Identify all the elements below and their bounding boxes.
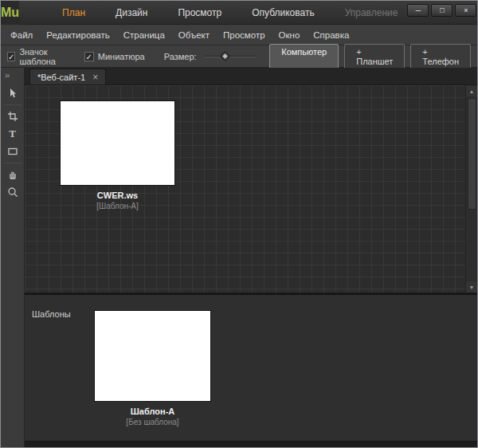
checkbox-check-icon: ✓	[84, 52, 94, 61]
add-tablet-layout-button[interactable]: + Планшет	[344, 44, 405, 69]
options-bar: ✓ Значок шаблона ✓ Миниатюра Размер: Ком…	[1, 45, 477, 68]
expand-panel-icon[interactable]: »	[5, 70, 10, 80]
menu-view[interactable]: Просмотр	[223, 30, 265, 40]
device-buttons: Компьютер + Планшет + Телефон	[269, 44, 471, 69]
tool-separator	[4, 163, 22, 163]
master-applied-label: [Без шаблона]	[95, 418, 210, 426]
menu-help[interactable]: Справка	[313, 30, 349, 40]
menu-object[interactable]: Объект	[178, 30, 210, 40]
master-card[interactable]: Шаблон-А [Без шаблона]	[95, 311, 210, 426]
slider-track	[205, 56, 257, 57]
app-body: » T	[1, 68, 477, 447]
scrollbar-thumb[interactable]	[468, 98, 476, 210]
rectangle-tool-icon	[7, 146, 18, 157]
masters-panel: Шаблоны Шаблон-А [Без шаблона]	[25, 294, 477, 441]
mode-tab-manage: Управление	[335, 4, 408, 22]
add-phone-layout-button[interactable]: + Телефон	[410, 44, 471, 69]
document-tab[interactable]: *Веб-сайт-1 ×	[29, 69, 106, 84]
page-master-label: [Шаблон-А]	[61, 202, 174, 210]
tab-close-icon[interactable]: ×	[92, 73, 98, 82]
window-controls: ─ □ ×	[407, 4, 476, 17]
app-logo: Mu	[1, 1, 19, 25]
masters-panel-title: Шаблоны	[32, 309, 71, 319]
template-icon-checkbox-label: Значок шаблона	[19, 47, 71, 66]
tool-text[interactable]: T	[3, 125, 22, 143]
maximize-button[interactable]: □	[431, 4, 453, 17]
document-tab-title: *Веб-сайт-1	[37, 73, 85, 82]
page-card[interactable]: CWER.ws [Шаблон-А]	[61, 101, 174, 210]
menu-page[interactable]: Страница	[123, 30, 165, 40]
thumbnail-checkbox-label: Миниатюра	[98, 52, 145, 61]
tool-strip: » T	[1, 68, 25, 447]
main-content: *Веб-сайт-1 × CWER.ws [Шаблон-А] ▲ ▼	[25, 68, 477, 447]
mode-tab-publish[interactable]: Опубликовать	[242, 4, 323, 22]
hand-tool-icon	[7, 169, 18, 180]
vertical-scrollbar[interactable]: ▲ ▼	[465, 85, 477, 293]
text-tool-icon: T	[9, 128, 16, 140]
page-title: CWER.ws	[61, 191, 174, 200]
checkbox-check-icon: ✓	[7, 52, 15, 61]
tool-zoom[interactable]	[3, 183, 22, 201]
app-window: Mu План Дизайн Просмотр Опубликовать Упр…	[0, 0, 478, 448]
slider-thumb-icon[interactable]	[221, 52, 229, 60]
menu-window[interactable]: Окно	[279, 30, 300, 40]
size-slider[interactable]	[205, 51, 257, 62]
mode-tabs: План Дизайн Просмотр Опубликовать Управл…	[53, 4, 407, 22]
size-label: Размер:	[164, 52, 197, 61]
plan-canvas[interactable]: CWER.ws [Шаблон-А] ▲ ▼	[25, 85, 477, 294]
tool-selection[interactable]	[3, 84, 22, 102]
master-title: Шаблон-А	[95, 407, 210, 416]
menubar: Файл Редактировать Страница Объект Просм…	[1, 25, 477, 45]
tool-separator	[4, 104, 22, 105]
scroll-down-icon[interactable]: ▼	[466, 281, 477, 293]
minimize-button[interactable]: ─	[407, 4, 429, 17]
tool-hand[interactable]	[3, 166, 22, 183]
selection-tool-icon	[7, 88, 18, 99]
menu-file[interactable]: Файл	[10, 30, 33, 40]
page-thumbnail[interactable]	[61, 101, 174, 185]
bottom-strip	[25, 441, 477, 447]
template-icon-checkbox[interactable]: ✓ Значок шаблона	[7, 47, 72, 66]
desktop-layout-button[interactable]: Компьютер	[269, 44, 339, 69]
crop-tool-icon	[7, 111, 18, 122]
master-thumbnail[interactable]	[95, 311, 210, 401]
menu-edit[interactable]: Редактировать	[46, 30, 109, 40]
tool-rectangle[interactable]	[3, 143, 22, 160]
scroll-up-icon[interactable]: ▲	[466, 85, 477, 96]
thumbnail-checkbox[interactable]: ✓ Миниатюра	[84, 52, 145, 61]
mode-tab-preview[interactable]: Просмотр	[168, 4, 231, 22]
close-button[interactable]: ×	[455, 4, 476, 17]
titlebar: Mu План Дизайн Просмотр Опубликовать Упр…	[1, 1, 477, 25]
mode-tab-design[interactable]: Дизайн	[106, 4, 157, 22]
mode-tab-plan[interactable]: План	[53, 4, 95, 22]
tool-crop[interactable]	[3, 108, 22, 125]
document-tabbar: *Веб-сайт-1 ×	[25, 68, 477, 85]
zoom-tool-icon	[7, 187, 18, 198]
